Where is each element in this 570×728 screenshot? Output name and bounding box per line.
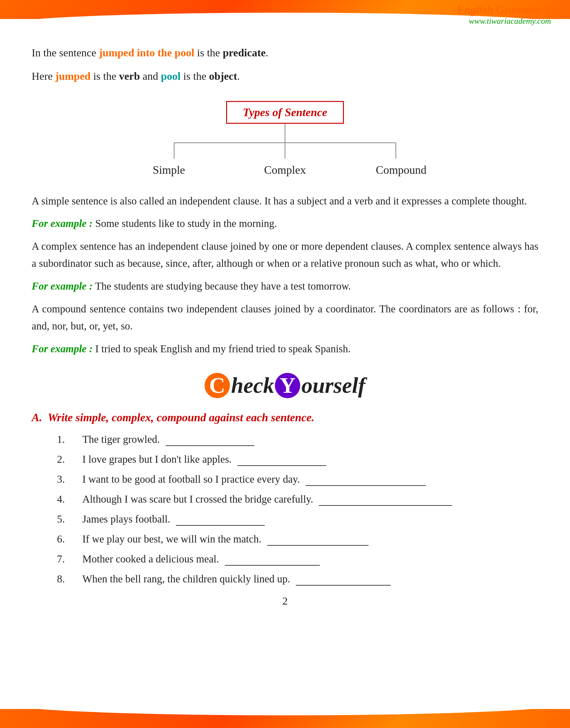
exercise-text-7: Mother cooked a delicious meal. — [82, 553, 538, 566]
exercise-item-3: 3.I want to be good at football so I pra… — [57, 474, 538, 486]
simple-example-text: Some students like to study in the morni… — [95, 218, 277, 229]
exercise-num-3: 3. — [57, 474, 73, 485]
yourself-text: ourself — [301, 373, 365, 398]
compound-body: A compound sentence contains two indepen… — [32, 300, 538, 335]
bottom-border — [0, 709, 570, 728]
exercise-list: 1.The tiger growled. 2.I love grapes but… — [32, 434, 538, 586]
compound-label: Compound — [343, 163, 459, 177]
diagram-branches: Simple Complex Compound — [95, 124, 475, 177]
section-a-heading: A. Write simple, complex, compound again… — [32, 411, 538, 424]
compound-for-example: For example : I tried to speak English a… — [32, 340, 538, 357]
complex-body: A complex sentence has an independent cl… — [32, 238, 538, 272]
exercise-text-4: Although I was scare but I crossed the b… — [82, 494, 538, 506]
main-content: In the sentence jumped into the pool is … — [0, 19, 570, 658]
section-a-label: A. — [32, 411, 42, 424]
verb-label: verb — [119, 70, 140, 82]
simple-body: A simple sentence is also called an inde… — [32, 192, 538, 209]
page-number: 2 — [32, 595, 538, 607]
exercise-item-7: 7.Mother cooked a delicious meal. — [57, 553, 538, 566]
exercise-item-8: 8.When the bell rang, the children quick… — [57, 573, 538, 586]
c-circle: C — [205, 373, 230, 398]
compound-example-text: I tried to speak English and my friend t… — [95, 343, 351, 354]
complex-for-example: For example : The students are studying … — [32, 278, 538, 295]
exercise-num-6: 6. — [57, 533, 73, 545]
exercise-text-2: I love grapes but I don't like apples. — [82, 454, 538, 466]
intro-mid-1: is the — [195, 47, 223, 59]
answer-line-2[interactable] — [238, 454, 326, 466]
predicate-label: predicate — [223, 47, 265, 59]
diagram-title: Types of Sentence — [226, 101, 344, 124]
tree-lines-svg — [111, 124, 459, 162]
exercise-text-8: When the bell rang, the children quickly… — [82, 573, 538, 586]
compound-example-label: For example : — [32, 343, 92, 354]
pool-object: pool — [161, 70, 181, 82]
exercise-item-5: 5.James plays football. — [57, 513, 538, 526]
complex-example-text: The students are studying because they h… — [95, 280, 351, 292]
check-text: heck — [231, 373, 274, 398]
complex-label: Complex — [227, 163, 343, 177]
exercise-num-1: 1. — [57, 434, 73, 445]
answer-line-8[interactable] — [296, 573, 391, 586]
intro-line-2: Here jumped is the verb and pool is the … — [32, 68, 538, 85]
exercise-item-4: 4.Although I was scare but I crossed the… — [57, 494, 538, 506]
answer-line-6[interactable] — [267, 533, 369, 546]
intro-line-1: In the sentence jumped into the pool is … — [32, 44, 538, 61]
simple-example-label: For example : — [32, 218, 92, 229]
exercise-num-5: 5. — [57, 513, 73, 525]
exercise-text-5: James plays football. — [82, 513, 538, 526]
simple-label: Simple — [111, 163, 227, 177]
answer-line-5[interactable] — [176, 513, 265, 526]
exercise-text-1: The tiger growled. — [82, 434, 538, 446]
exercise-item-1: 1.The tiger growled. — [57, 434, 538, 446]
intro-pre-1: In the sentence — [32, 47, 99, 59]
y-circle: Y — [275, 373, 300, 398]
exercise-num-7: 7. — [57, 553, 73, 565]
exercise-item-6: 6.If we play our best, we will win the m… — [57, 533, 538, 546]
book-title: English Grammar 5 — [457, 3, 551, 16]
answer-line-1[interactable] — [166, 434, 254, 446]
answer-line-7[interactable] — [225, 553, 320, 566]
jumped-verb: jumped — [55, 70, 90, 82]
simple-for-example: For example : Some students like to stud… — [32, 215, 538, 232]
jumped-highlight: jumped into the pool — [99, 47, 194, 59]
exercise-text-3: I want to be good at football so I pract… — [82, 474, 538, 486]
complex-example-label: For example : — [32, 280, 92, 292]
exercise-num-2: 2. — [57, 454, 73, 465]
answer-line-3[interactable] — [306, 474, 426, 486]
exercise-text-6: If we play our best, we will win the mat… — [82, 533, 538, 546]
object-label: object — [209, 70, 237, 82]
answer-line-4[interactable] — [319, 494, 452, 506]
intro-here: Here — [32, 70, 55, 82]
sentence-types-diagram: Types of Sentence Simple Complex Compoun… — [95, 101, 475, 177]
exercise-item-2: 2.I love grapes but I don't like apples. — [57, 454, 538, 466]
diagram-labels: Simple Complex Compound — [111, 163, 459, 177]
exercise-num-4: 4. — [57, 494, 73, 505]
exercise-num-8: 8. — [57, 573, 73, 585]
check-yourself-heading: Check Yourself — [32, 373, 538, 398]
section-a-text: Write simple, complex, compound against … — [47, 411, 314, 424]
